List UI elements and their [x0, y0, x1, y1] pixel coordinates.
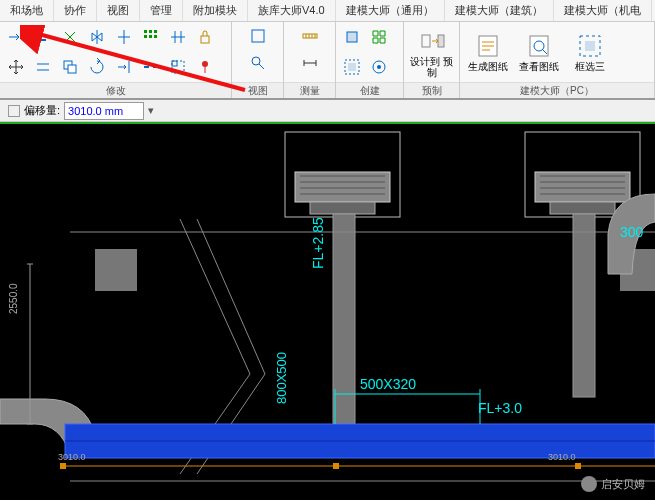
element-icon[interactable] [340, 25, 364, 49]
offset-check-icon[interactable] [8, 105, 20, 117]
box-select-label: 框选三 [575, 61, 605, 72]
svg-rect-41 [550, 202, 615, 214]
svg-rect-54 [60, 463, 66, 469]
svg-rect-56 [575, 463, 581, 469]
wechat-icon [581, 476, 597, 492]
label-800x500: 800X500 [274, 352, 289, 404]
tab-collab[interactable]: 协作 [54, 0, 97, 21]
svg-rect-20 [422, 35, 430, 47]
watermark-text: 启安贝姆 [601, 477, 645, 492]
panel-pc: 生成图纸 查看图纸 框选三 建模大师（PC） [460, 22, 655, 98]
tab-modeler-arch[interactable]: 建模大师（建筑） [445, 0, 554, 21]
ruler-icon[interactable] [298, 24, 322, 48]
tab-site[interactable]: 和场地 [0, 0, 54, 21]
label-500x320: 500X320 [360, 376, 416, 392]
tab-addins[interactable]: 附加模块 [183, 0, 248, 21]
design-to-precast-label: 设计到 预制 [410, 56, 453, 78]
gen-drawing-button[interactable]: 生成图纸 [464, 30, 512, 74]
panel-label-pc: 建模大师（PC） [460, 82, 654, 98]
component-icon[interactable] [367, 25, 391, 49]
svg-line-27 [35, 33, 245, 90]
panel-label-create: 创建 [336, 82, 403, 98]
svg-rect-55 [333, 463, 339, 469]
svg-rect-43 [573, 214, 595, 397]
drawing-canvas[interactable]: FL+2.85 FL+3.0 500X320 300 800X500 2550.… [0, 124, 655, 500]
view-drawing-label: 查看图纸 [519, 61, 559, 72]
group-icon[interactable] [340, 55, 364, 79]
gen-drawing-label: 生成图纸 [468, 61, 508, 72]
panel-create: 创建 [336, 22, 404, 98]
watermark: 启安贝姆 [581, 476, 645, 492]
tab-view[interactable]: 视图 [97, 0, 140, 21]
place-icon[interactable] [367, 55, 391, 79]
svg-rect-34 [310, 202, 375, 214]
label-2550: 2550.0 [8, 283, 19, 314]
label-3010-left: 3010.0 [58, 452, 86, 462]
tab-familylib[interactable]: 族库大师V4.0 [248, 0, 336, 21]
dimension-icon[interactable] [298, 51, 322, 75]
label-3010-right: 3010.0 [548, 452, 576, 462]
svg-rect-15 [347, 32, 357, 42]
panel-precast: 设计到 预制 预制 [404, 22, 460, 98]
svg-rect-44 [95, 249, 137, 291]
design-to-precast-button[interactable]: 设计到 预制 [408, 25, 455, 80]
svg-point-19 [377, 65, 381, 69]
svg-rect-12 [252, 30, 264, 42]
label-300: 300 [620, 224, 643, 240]
view-drawing-button[interactable]: 查看图纸 [515, 30, 563, 74]
svg-rect-42 [333, 214, 355, 424]
svg-rect-26 [585, 41, 595, 51]
box-select-button[interactable]: 框选三 [566, 30, 614, 74]
label-fl285: FL+2.85 [310, 217, 326, 269]
svg-rect-17 [348, 63, 356, 71]
cad-drawing [0, 124, 655, 500]
svg-rect-21 [438, 35, 444, 47]
panel-measure: 测量 [284, 22, 336, 98]
tab-modeler-general[interactable]: 建模大师（通用） [336, 0, 445, 21]
panel-label-precast: 预制 [404, 82, 459, 98]
menu-tabs: 和场地 协作 视图 管理 附加模块 族库大师V4.0 建模大师（通用） 建模大师… [0, 0, 655, 22]
tab-manage[interactable]: 管理 [140, 0, 183, 21]
panel-label-measure: 测量 [284, 82, 335, 98]
tab-modeler-mep[interactable]: 建模大师（机电 [554, 0, 652, 21]
svg-point-13 [252, 57, 260, 65]
label-fl30: FL+3.0 [478, 400, 522, 416]
callout-arrow-icon [20, 25, 250, 115]
